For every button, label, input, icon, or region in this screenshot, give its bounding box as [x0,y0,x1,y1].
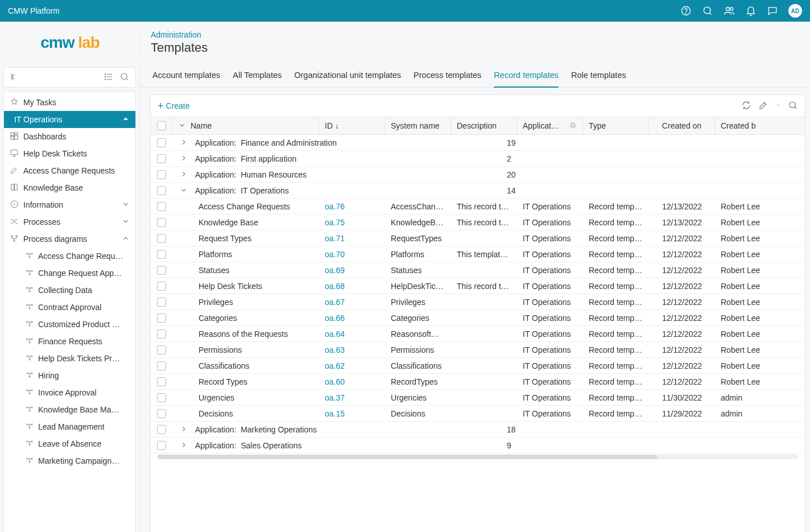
row-checkbox[interactable] [157,266,166,275]
list-icon[interactable] [104,72,114,84]
row-checkbox[interactable] [157,170,166,179]
sidebar-item-process-diagrams[interactable]: Process diagrams [4,230,135,248]
sidebar-item-information[interactable]: Information [4,196,135,213]
row-checkbox[interactable] [157,425,166,434]
sidebar-item-it-operations[interactable]: IT Operations [4,111,135,128]
table-row[interactable]: Permissionsoa.63PermissionsIT Operations… [151,342,805,358]
row-checkbox[interactable] [157,361,166,370]
horizontal-scrollbar[interactable] [158,455,798,459]
row-checkbox[interactable] [157,250,166,259]
tab-process-templates[interactable]: Process templates [414,64,481,88]
cell-id[interactable]: oa.69 [319,266,385,275]
col-description[interactable]: Description [451,117,517,134]
sidebar-sub-item[interactable]: Marketing Campaign… [4,452,135,469]
sidebar-sub-item[interactable]: Invoice Approval [4,384,135,401]
group-row[interactable]: Application: Sales Operations9 [151,438,805,453]
search-icon[interactable] [702,5,713,17]
tab-organizational-unit-templates[interactable]: Organizational unit templates [294,64,401,88]
cell-id[interactable]: oa.70 [319,250,385,259]
cell-id[interactable]: oa.76 [319,202,385,211]
cell-id[interactable]: oa.68 [319,282,385,291]
avatar[interactable]: AD [788,4,802,18]
sidebar-item-my-tasks[interactable]: My Tasks [4,94,135,111]
sidebar-sub-item[interactable]: Collecting Data [4,282,135,299]
table-row[interactable]: Categoriesoa.66CategoriesIT OperationsRe… [151,310,805,326]
sidebar-sub-item[interactable]: Access Change Requ… [4,248,135,265]
row-checkbox[interactable] [157,154,166,163]
row-checkbox[interactable] [157,377,166,386]
select-all-checkbox[interactable] [157,121,166,130]
table-row[interactable]: Platformsoa.70PlatformsThis templat…IT O… [151,246,805,262]
col-created-on[interactable]: Created on [649,117,715,134]
group-row[interactable]: Application: IT Operations14 [151,183,805,199]
chevron-down-icon[interactable] [775,100,781,112]
users-icon[interactable] [724,5,735,17]
table-row[interactable]: Record Typesoa.60RecordTypesIT Operation… [151,374,805,390]
sidebar-item-access-change-requests[interactable]: Access Change Requests [4,162,135,179]
col-name[interactable]: Name [172,117,319,134]
col-created-by[interactable]: Created b [715,117,805,134]
col-system-name[interactable]: System name [385,117,451,134]
sidebar-item-dashboards[interactable]: Dashboards [4,128,135,145]
sidebar-sub-item[interactable]: Contract Approval [4,299,135,316]
cell-id[interactable]: oa.60 [319,377,385,386]
col-application[interactable]: Applicat… [517,117,583,134]
row-checkbox[interactable] [157,329,166,339]
table-row[interactable]: Reasons of the Requestsoa.64Reasonsoft…I… [151,326,805,342]
create-button[interactable]: + Create [158,101,190,111]
table-row[interactable]: Statusesoa.69StatusesIT OperationsRecord… [151,262,805,278]
tab-all-templates[interactable]: All Templates [233,64,282,88]
row-checkbox[interactable] [157,409,166,418]
sidebar-item-help-desk-tickets[interactable]: Help Desk Tickets [4,145,135,162]
sidebar-sub-item[interactable]: Customized Product … [4,316,135,333]
row-checkbox[interactable] [157,186,166,195]
table-row[interactable]: Urgenciesoa.37UrgenciesIT OperationsReco… [151,390,805,406]
search-icon[interactable] [788,100,798,112]
refresh-icon[interactable] [741,100,751,112]
table-row[interactable]: Classificationsoa.62ClassificationsIT Op… [151,358,805,374]
sidebar-sub-item[interactable]: Hiring [4,367,135,384]
row-checkbox[interactable] [157,314,166,323]
cell-id[interactable]: oa.75 [319,218,385,227]
logo[interactable]: cmw lab [0,34,140,52]
sidebar-sub-item[interactable]: Leave of Absence [4,435,135,452]
row-checkbox[interactable] [157,218,166,227]
sidebar-sub-item[interactable]: Finance Requests [4,333,135,350]
table-row[interactable]: Help Desk Ticketsoa.68HelpDeskTic…This r… [151,278,805,294]
tab-record-templates[interactable]: Record templates [494,64,559,88]
tab-account-templates[interactable]: Account templates [152,64,220,88]
sidebar-sub-item[interactable]: Knowledge Base Ma… [4,401,135,418]
sidebar-item-knowledge-base[interactable]: Knowledge Base [4,179,135,196]
cell-id[interactable]: oa.62 [319,361,385,370]
collapse-icon[interactable] [10,72,20,84]
table-row[interactable]: Privilegesoa.67PrivilegesIT OperationsRe… [151,294,805,310]
sidebar-sub-item[interactable]: Change Request App… [4,265,135,282]
group-row[interactable]: Application: First application2 [151,151,805,167]
row-checkbox[interactable] [157,282,166,291]
cell-id[interactable]: oa.71 [319,234,385,243]
cell-id[interactable]: oa.63 [319,345,385,354]
sidebar-sub-item[interactable]: Lead Management [4,418,135,435]
row-checkbox[interactable] [157,393,166,402]
row-checkbox[interactable] [157,441,166,450]
table-row[interactable]: Request Typesoa.71RequestTypesIT Operati… [151,230,805,246]
cell-id[interactable]: oa.64 [319,329,385,339]
table-row[interactable]: Decisionsoa.15DecisionsIT OperationsReco… [151,406,805,422]
row-checkbox[interactable] [157,345,166,354]
bell-icon[interactable] [745,5,757,17]
row-checkbox[interactable] [157,234,166,243]
row-checkbox[interactable] [157,298,166,307]
help-icon[interactable] [680,5,692,17]
col-type[interactable]: Type [583,117,649,134]
group-row[interactable]: Application: Finance and Administration1… [151,135,805,151]
row-checkbox[interactable] [157,138,166,147]
tab-role-templates[interactable]: Role templates [571,64,626,88]
cell-id[interactable]: oa.66 [319,314,385,323]
chat-icon[interactable] [767,5,778,17]
breadcrumb[interactable]: Administration [151,30,208,39]
table-row[interactable]: Access Change Requestsoa.76AccessChan…Th… [151,199,805,215]
edit-icon[interactable] [758,100,768,112]
group-row[interactable]: Application: Marketing Operations18 [151,422,805,438]
cell-id[interactable]: oa.37 [319,393,385,402]
cell-id[interactable]: oa.15 [319,409,385,418]
